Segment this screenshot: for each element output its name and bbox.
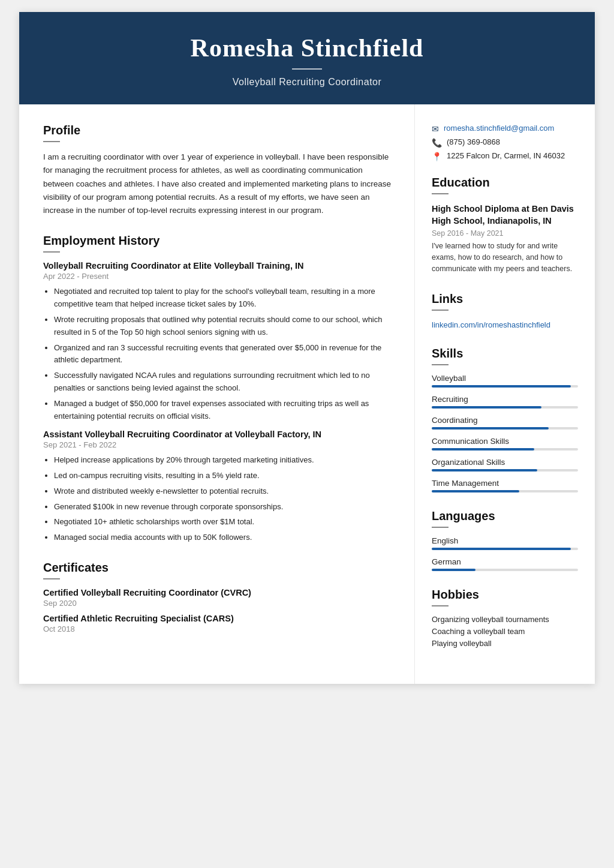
skills-title: Skills: [432, 347, 578, 361]
list-item: Helped increase applications by 20% thro…: [54, 454, 393, 467]
skill-item-4: Organizational Skills: [432, 458, 578, 471]
language-item-1: German: [432, 557, 578, 571]
list-item: Managed a budget of $50,000 for travel e…: [54, 398, 393, 423]
skill-name-1: Recruiting: [432, 395, 578, 404]
skill-item-5: Time Management: [432, 479, 578, 492]
certificates-section: Certificates Certified Volleyball Recrui…: [43, 561, 393, 633]
skill-bar-bg-2: [432, 427, 578, 430]
profile-underline: [43, 141, 60, 142]
contact-phone: 📞 (875) 369-0868: [432, 137, 578, 148]
cert-0: Certified Volleyball Recruiting Coordina…: [43, 588, 393, 608]
certificates-underline: [43, 578, 60, 579]
skill-bar-bg-0: [432, 385, 578, 388]
hobbies-underline: [432, 605, 449, 606]
language-bar-bg-1: [432, 569, 578, 571]
languages-title: Languages: [432, 509, 578, 523]
skill-bar-fill-1: [432, 406, 541, 409]
list-item: Negotiated 10+ athletic scholarships wor…: [54, 516, 393, 528]
links-section: Links linkedin.com/in/romeshastinchfield: [432, 292, 578, 330]
header-divider: [292, 68, 322, 70]
hobbies-container: Organizing volleyball tournamentsCoachin…: [432, 615, 578, 648]
skill-name-5: Time Management: [432, 479, 578, 488]
skill-bar-fill-5: [432, 490, 519, 492]
address-text: 1225 Falcon Dr, Carmel, IN 46032: [447, 151, 565, 160]
skill-bar-fill-2: [432, 427, 549, 430]
language-bar-bg-0: [432, 548, 578, 550]
list-item: Led on-campus recruiting visits, resulti…: [54, 470, 393, 482]
skill-name-3: Communication Skills: [432, 437, 578, 446]
skill-bar-bg-4: [432, 469, 578, 471]
email-link[interactable]: romesha.stinchfield@gmail.com: [444, 124, 554, 133]
left-column: Profile I am a recruiting coordinator wi…: [19, 104, 415, 684]
job-0-title: Volleyball Recruiting Coordinator at Eli…: [43, 261, 393, 271]
education-section: Education High School Diploma at Ben Dav…: [432, 176, 578, 275]
email-icon: ✉: [432, 124, 439, 134]
languages-section: Languages English German: [432, 509, 578, 571]
hobby-item-2: Playing volleyball: [432, 639, 578, 648]
languages-underline: [432, 527, 449, 528]
employment-title: Employment History: [43, 234, 393, 248]
employment-section: Employment History Volleyball Recruiting…: [43, 234, 393, 544]
skill-name-4: Organizational Skills: [432, 458, 578, 467]
contact-section: ✉ romesha.stinchfield@gmail.com 📞 (875) …: [432, 124, 578, 161]
language-bar-fill-0: [432, 548, 571, 550]
candidate-name: Romesha Stinchfield: [43, 34, 571, 62]
certificates-title: Certificates: [43, 561, 393, 575]
link-0-href[interactable]: linkedin.com/in/romeshastinchfield: [432, 320, 550, 329]
skill-item-1: Recruiting: [432, 395, 578, 409]
contact-address: 📍 1225 Falcon Dr, Carmel, IN 46032: [432, 151, 578, 161]
skill-bar-fill-0: [432, 385, 571, 388]
language-name-0: English: [432, 536, 578, 545]
skill-item-3: Communication Skills: [432, 437, 578, 450]
phone-icon: 📞: [432, 138, 442, 148]
skills-section: Skills Volleyball Recruiting Coordinatin…: [432, 347, 578, 492]
education-title: Education: [432, 176, 578, 190]
header: Romesha Stinchfield Volleyball Recruitin…: [19, 12, 595, 104]
location-icon: 📍: [432, 152, 442, 161]
cert-1: Certified Athletic Recruiting Specialist…: [43, 614, 393, 633]
edu-0-desc: I've learned how to study for and write …: [432, 241, 578, 275]
link-0: linkedin.com/in/romeshastinchfield: [432, 319, 578, 330]
edu-0-date: Sep 2016 - May 2021: [432, 229, 578, 238]
job-0: Volleyball Recruiting Coordinator at Eli…: [43, 261, 393, 422]
hobby-item-1: Coaching a volleyball team: [432, 627, 578, 636]
education-underline: [432, 193, 449, 194]
list-item: Organized and ran 3 successful recruitin…: [54, 342, 393, 367]
language-bar-fill-1: [432, 569, 475, 571]
list-item: Wrote and distributed weekly e-newslette…: [54, 485, 393, 498]
hobbies-section: Hobbies Organizing volleyball tournament…: [432, 588, 578, 648]
skill-bar-fill-4: [432, 469, 537, 471]
skill-item-2: Coordinating: [432, 416, 578, 430]
contact-email: ✉ romesha.stinchfield@gmail.com: [432, 124, 578, 134]
list-item: Negotiated and recruited top talent to p…: [54, 286, 393, 311]
language-name-1: German: [432, 557, 578, 566]
cert-0-date: Sep 2020: [43, 599, 393, 608]
edu-0-school: High School Diploma at Ben Davis High Sc…: [432, 203, 578, 227]
links-underline: [432, 310, 449, 311]
hobby-item-0: Organizing volleyball tournaments: [432, 615, 578, 624]
list-item: Successfully navigated NCAA rules and re…: [54, 370, 393, 395]
skill-item-0: Volleyball: [432, 374, 578, 388]
skills-container: Volleyball Recruiting Coordinating Commu…: [432, 374, 578, 492]
cert-1-title: Certified Athletic Recruiting Specialist…: [43, 614, 393, 623]
body: Profile I am a recruiting coordinator wi…: [19, 104, 595, 684]
employment-underline: [43, 251, 60, 253]
right-column: ✉ romesha.stinchfield@gmail.com 📞 (875) …: [415, 104, 595, 684]
language-item-0: English: [432, 536, 578, 550]
job-1: Assistant Volleyball Recruiting Coordina…: [43, 430, 393, 544]
skill-bar-bg-1: [432, 406, 578, 409]
job-1-date: Sep 2021 - Feb 2022: [43, 440, 393, 449]
skill-name-2: Coordinating: [432, 416, 578, 425]
list-item: Wrote recruiting proposals that outlined…: [54, 314, 393, 339]
cert-0-title: Certified Volleyball Recruiting Coordina…: [43, 588, 393, 597]
profile-text: I am a recruiting coordinator with over …: [43, 151, 393, 217]
skill-bar-fill-3: [432, 448, 534, 450]
languages-container: English German: [432, 536, 578, 571]
hobbies-title: Hobbies: [432, 588, 578, 602]
phone-text: (875) 369-0868: [447, 137, 500, 146]
profile-title: Profile: [43, 124, 393, 137]
job-1-bullets: Helped increase applications by 20% thro…: [43, 454, 393, 544]
skill-bar-bg-3: [432, 448, 578, 450]
job-0-date: Apr 2022 - Present: [43, 272, 393, 281]
job-0-bullets: Negotiated and recruited top talent to p…: [43, 286, 393, 422]
